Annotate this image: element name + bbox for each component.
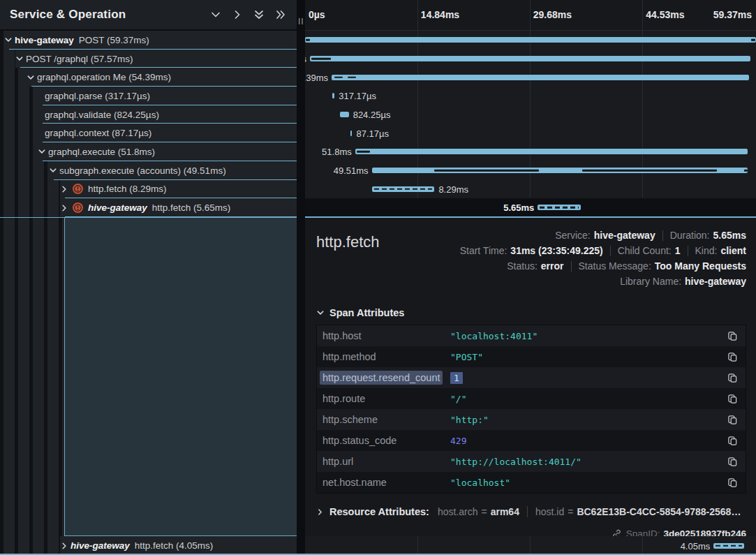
- resource-attribute: host.id=BC62E13B-C4CC-5854-9788-2568…: [535, 506, 741, 517]
- child-span-mark: [751, 39, 755, 41]
- copy-icon[interactable]: [726, 455, 739, 468]
- timeline-row[interactable]: 49.51ms: [305, 161, 756, 180]
- span-tree-row[interactable]: hive-gatewayhttp.fetch (4.05ms): [0, 536, 297, 555]
- collapse-chevron-icon[interactable]: [26, 73, 35, 82]
- span-tree-row[interactable]: graphql.context (87.17µs): [0, 124, 297, 142]
- span-tree-row[interactable]: graphql.operation Me (54.39ms): [0, 68, 297, 87]
- double-chevron-right-icon[interactable]: [274, 8, 287, 21]
- indent-guides: [0, 536, 60, 555]
- span-duration-bar[interactable]: [355, 149, 748, 154]
- chevron-right-icon[interactable]: [231, 8, 244, 21]
- child-span-mark: [306, 39, 310, 41]
- collapse-chevron-icon[interactable]: [15, 54, 24, 64]
- indent-guides: [0, 198, 60, 217]
- timeline-row[interactable]: 87.17µs: [305, 124, 756, 142]
- resource-key: host.id: [535, 506, 564, 517]
- duration-label: 87.17µs: [357, 128, 390, 138]
- duration-label: 49.51ms: [334, 165, 369, 176]
- selected-span-highlight-box: [64, 217, 304, 536]
- attribute-row: http.url"http://localhost:4011/": [317, 451, 746, 472]
- span-tree-row[interactable]: graphql.validate (824.25µs): [0, 105, 297, 124]
- timeline-row[interactable]: 51.8ms: [305, 142, 756, 161]
- meta-divider: [662, 230, 663, 241]
- operation-label: graphql.context (87.17µs): [45, 128, 151, 138]
- attribute-row: http.route"/": [317, 388, 746, 409]
- resource-attributes-toggle[interactable]: Resource Attributes: host.arch=arm64host…: [316, 503, 746, 521]
- span-meta-line: Service:hive-gatewayDuration:5.65ms: [555, 228, 746, 243]
- duration-label: 57.57ms: [305, 54, 306, 64]
- span-duration-bar[interactable]: [332, 93, 335, 98]
- span-tree-row-selected[interactable]: hive-gatewayhttp.fetch (5.65ms): [0, 198, 297, 217]
- span-tree-row[interactable]: graphql.parse (317.17µs): [0, 87, 297, 105]
- child-span-mark: [582, 170, 717, 172]
- indent-guides: [0, 180, 60, 199]
- span-detail-panel: http.fetch Service:hive-gatewayDuration:…: [305, 217, 756, 536]
- span-duration-bar[interactable]: [305, 37, 756, 43]
- span-tree-row[interactable]: POST /graphql (57.57ms): [0, 50, 297, 68]
- meta-label: Status:: [507, 260, 538, 272]
- indent-guides: [0, 31, 4, 50]
- expand-chevron-icon[interactable]: [59, 541, 68, 550]
- double-chevron-down-icon[interactable]: [253, 8, 265, 21]
- span-duration-bar[interactable]: [538, 205, 580, 210]
- attribute-key: net.host.name: [323, 477, 450, 488]
- attribute-value: "http:": [450, 415, 726, 425]
- copy-icon[interactable]: [726, 371, 739, 384]
- copy-icon[interactable]: [726, 434, 739, 447]
- span-duration-bar[interactable]: [350, 131, 352, 136]
- timeline-row[interactable]: 57.57ms: [305, 50, 756, 68]
- span-tree-row[interactable]: hive-gatewayPOST (59.37ms): [0, 31, 297, 50]
- chevron-down-icon: [316, 309, 325, 317]
- attribute-key: http.host: [323, 330, 450, 341]
- panel-title: Service & Operation: [10, 8, 126, 22]
- span-duration-bar[interactable]: [310, 56, 750, 61]
- duration-label: 317.17µs: [339, 91, 376, 101]
- attribute-key: http.route: [323, 393, 450, 404]
- copy-icon[interactable]: [726, 350, 739, 363]
- operation-label: POST (59.37ms): [79, 35, 149, 45]
- operation-label: http.fetch (4.05ms): [135, 540, 214, 551]
- copy-icon[interactable]: [726, 413, 739, 426]
- copy-icon[interactable]: [726, 392, 739, 405]
- panel-resize-divider[interactable]: II: [297, 0, 305, 555]
- attribute-value: "/": [450, 394, 726, 404]
- collapse-chevron-icon[interactable]: [48, 166, 57, 175]
- chevron-down-icon[interactable]: [209, 8, 222, 21]
- span-meta-line: Start Time:31ms (23:35:49.225)Child Coun…: [460, 243, 746, 258]
- meta-item: Start Time:31ms (23:35:49.225): [460, 245, 603, 256]
- span-duration-bar[interactable]: [372, 186, 435, 192]
- meta-item: Child Count:1: [618, 245, 681, 256]
- collapse-chevron-icon[interactable]: [3, 36, 13, 45]
- indent-guides: [0, 105, 38, 124]
- timeline-row[interactable]: 317.17µs: [305, 87, 756, 105]
- indent-guides: [0, 124, 38, 142]
- attribute-key: http.request.resend_count: [323, 372, 450, 383]
- span-attributes-toggle[interactable]: Span Attributes: [316, 307, 746, 318]
- timeline-panel: 0µs14.84ms29.68ms44.53ms59.37ms 57.57ms5…: [305, 0, 756, 217]
- timeline-row[interactable]: [305, 31, 756, 50]
- timeline-row[interactable]: 4.05ms: [305, 536, 756, 555]
- span-duration-bar[interactable]: [332, 75, 749, 80]
- copy-icon[interactable]: [726, 330, 739, 342]
- resize-grip-icon[interactable]: II: [298, 17, 304, 27]
- span-duration-bar[interactable]: [340, 112, 349, 117]
- timeline-row[interactable]: 54.39ms: [305, 68, 756, 87]
- timeline-row[interactable]: 824.25µs: [305, 105, 756, 124]
- expand-chevron-icon[interactable]: [59, 184, 68, 193]
- copy-icon[interactable]: [726, 476, 739, 489]
- meta-divider: [688, 246, 688, 256]
- expand-chevron-icon[interactable]: [59, 203, 68, 212]
- child-span-mark: [334, 76, 343, 78]
- span-duration-bar[interactable]: [713, 543, 744, 549]
- operation-label: subgraph.execute (accounts) (49.51ms): [59, 165, 226, 176]
- collapse-chevron-icon[interactable]: [37, 147, 46, 156]
- timeline-row-selected[interactable]: 5.65ms: [305, 198, 756, 217]
- error-status-icon: [73, 202, 83, 213]
- span-tree-row[interactable]: subgraph.execute (accounts) (49.51ms): [0, 161, 297, 180]
- span-tree-row[interactable]: graphql.execute (51.8ms): [0, 142, 297, 161]
- span-tree-row[interactable]: http.fetch (8.29ms): [0, 180, 297, 199]
- service-name: hive-gateway: [88, 202, 147, 213]
- timeline-row[interactable]: 8.29ms: [305, 180, 756, 199]
- attribute-key: http.status_code: [323, 435, 450, 446]
- meta-item: Status Message:Too Many Requests: [579, 260, 746, 272]
